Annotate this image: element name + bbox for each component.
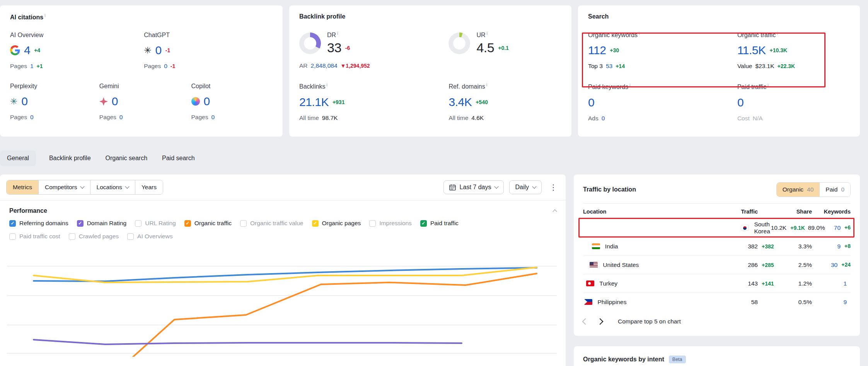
ar-value[interactable]: 2,848,084 (311, 62, 338, 69)
tab-paid-search[interactable]: Paid search (160, 151, 196, 166)
ar-label: AR (299, 62, 308, 69)
checkbox-crawled-pages[interactable]: Crawled pages (69, 233, 119, 240)
info-icon[interactable] (486, 82, 487, 87)
info-icon[interactable] (44, 13, 45, 18)
tab-backlink-profile[interactable]: Backlink profile (48, 151, 92, 166)
checkbox-referring-domains[interactable]: Referring domains (9, 220, 68, 227)
traffic-delta: +285 (758, 262, 782, 268)
traffic-value: 10.2K (770, 224, 786, 231)
chevron-down-icon (495, 184, 499, 188)
keywords-value[interactable]: 1 (843, 280, 847, 287)
share-value: 2.5% (782, 262, 812, 269)
ur-label: UR (476, 31, 508, 39)
checkbox-box (77, 220, 84, 227)
checkbox-ai-overviews[interactable]: AI Overviews (127, 233, 172, 240)
checkbox-organic-pages[interactable]: Organic pages (312, 220, 361, 227)
checkbox-organic-traffic[interactable]: Organic traffic (184, 220, 232, 227)
metric-checkbox-row-1: Referring domains Domain Rating URL Rati… (0, 216, 566, 227)
organic-keywords-block: Organic keywords 112+30 Top 353+14 (588, 31, 737, 70)
chevron-down-icon (80, 184, 84, 188)
info-icon[interactable] (767, 83, 768, 87)
location-row-turkey[interactable]: Turkey 143 +141 1.2% 1 (583, 274, 851, 292)
organic-keywords-value[interactable]: 112 (588, 44, 606, 57)
checkbox-box (369, 220, 376, 227)
checkbox-paid-traffic-cost[interactable]: Paid traffic cost (9, 233, 60, 240)
pages-value[interactable]: 0 (119, 114, 123, 121)
checkbox-organic-traffic-value[interactable]: Organic traffic value (240, 220, 304, 227)
info-icon[interactable] (487, 31, 488, 36)
segment-competitors[interactable]: Competitors (38, 180, 90, 194)
checkbox-box (240, 220, 247, 227)
ads-value[interactable]: 0 (602, 115, 605, 122)
beta-badge: Beta (669, 356, 686, 363)
pages-value[interactable]: 0 (164, 63, 167, 70)
collapse-chevron-up-icon[interactable] (553, 209, 557, 214)
value-amount: $23.1K (755, 63, 774, 70)
segment-metrics[interactable]: Metrics (7, 180, 38, 194)
pages-value[interactable]: 1 (30, 63, 34, 70)
date-range-label: Last 7 days (460, 184, 491, 191)
pages-value[interactable]: 0 (30, 114, 34, 121)
ai-overview-value[interactable]: 4 (24, 44, 30, 57)
share-value: 1.2% (782, 280, 812, 287)
info-icon[interactable] (629, 83, 630, 87)
calendar-icon (449, 184, 456, 191)
location-row-south-korea[interactable]: South Korea 10.2K +9.1K 89.0% 70+6 (583, 218, 851, 237)
perplexity-value[interactable]: 0 (21, 95, 27, 108)
keywords-value[interactable]: 9 (843, 299, 847, 306)
paid-keywords-value[interactable]: 0 (588, 96, 594, 109)
tab-organic-search[interactable]: Organic search (104, 151, 149, 166)
backlinks-value[interactable]: 21.1K (299, 96, 329, 109)
checkbox-domain-rating[interactable]: Domain Rating (77, 220, 127, 227)
location-name: United States (603, 262, 733, 269)
toggle-paid[interactable]: Paid0 (819, 183, 850, 197)
keywords-value[interactable]: 70 (834, 224, 841, 231)
location-row-united-states[interactable]: United States 286 +285 2.5% 30+24 (583, 255, 851, 274)
gemini-value[interactable]: 0 (112, 95, 118, 108)
segment-locations[interactable]: Locations (90, 180, 135, 194)
value-delta: +22.3K (778, 63, 795, 69)
organic-traffic-value[interactable]: 11.5K (737, 44, 766, 57)
keywords-value[interactable]: 9 (837, 243, 841, 250)
tab-general[interactable]: General (0, 151, 36, 166)
alltime-value: 98.7K (322, 115, 338, 121)
compare-top5-link[interactable]: Compare top 5 on chart (618, 318, 681, 325)
pages-label: Pages (10, 114, 27, 121)
kebab-menu-icon[interactable]: ⋮ (547, 183, 559, 192)
checkbox-paid-traffic[interactable]: Paid traffic (420, 220, 459, 227)
prev-page-chevron-icon[interactable] (582, 318, 589, 325)
column-keywords: Keywords (812, 209, 851, 215)
ur-value: 4.5 (476, 40, 494, 55)
location-row-philippines[interactable]: Philippines 58 0.5% 9 (583, 292, 851, 311)
checkbox-impressions[interactable]: Impressions (369, 220, 412, 227)
location-row-india[interactable]: India 382 +382 3.3% 9+8 (583, 237, 851, 255)
info-icon[interactable] (639, 31, 639, 36)
copilot-value[interactable]: 0 (204, 95, 210, 108)
cost-value: N/A (753, 115, 763, 122)
chatgpt-value[interactable]: 0 (155, 44, 162, 57)
column-location: Location (583, 209, 733, 215)
info-icon[interactable] (777, 31, 778, 36)
ref-domains-value[interactable]: 3.4K (448, 96, 472, 109)
checkbox-box (184, 220, 191, 227)
search-title: Search (588, 13, 850, 20)
granularity-button[interactable]: Daily (509, 180, 542, 194)
toggle-organic[interactable]: Organic40 (777, 183, 820, 197)
flag-icon (592, 243, 600, 249)
next-page-chevron-icon[interactable] (597, 318, 604, 325)
section-tabs: General Backlink profile Organic search … (0, 151, 868, 166)
keywords-value[interactable]: 30 (831, 262, 837, 269)
info-icon[interactable] (337, 31, 338, 36)
checkbox-url-rating[interactable]: URL Rating (135, 220, 176, 227)
summary-cards-row: AI citations AI Overview 4 +4 Pages1+1 C… (0, 0, 868, 137)
top3-value[interactable]: 53 (606, 63, 612, 70)
paid-traffic-value[interactable]: 0 (737, 96, 744, 109)
date-range-button[interactable]: Last 7 days (443, 180, 504, 194)
traffic-value: 143 (733, 280, 758, 287)
pages-value[interactable]: 0 (211, 114, 215, 121)
segment-years[interactable]: Years (135, 180, 163, 194)
ref-domains-block: Ref. domains 3.4K+540 All time4.6K (448, 82, 561, 121)
ref-domains-label: Ref. domains (448, 82, 561, 90)
keywords-delta: +8 (844, 243, 851, 250)
info-icon[interactable] (327, 82, 327, 87)
